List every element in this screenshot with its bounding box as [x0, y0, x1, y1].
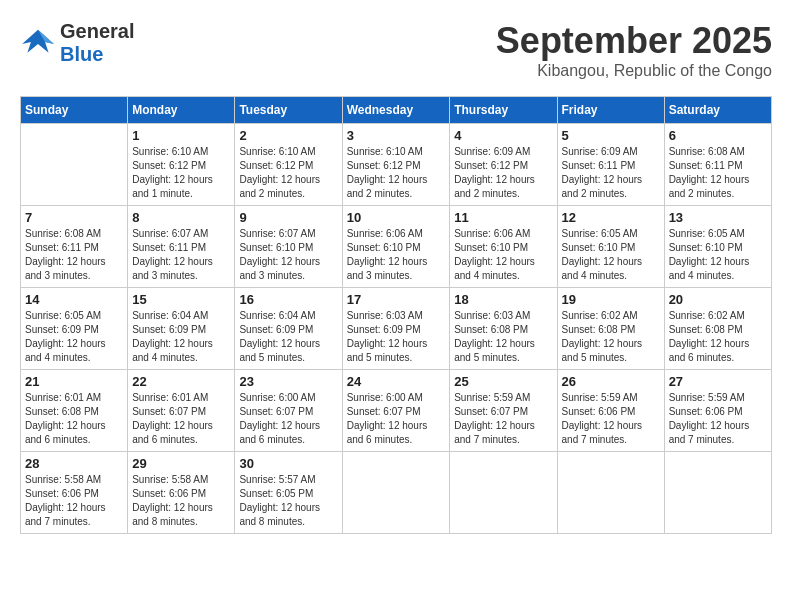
day-info: Sunrise: 5:59 AMSunset: 6:07 PMDaylight:… [454, 391, 552, 447]
calendar-day-cell: 23Sunrise: 6:00 AMSunset: 6:07 PMDayligh… [235, 370, 342, 452]
day-of-week-header: Friday [557, 97, 664, 124]
day-number: 21 [25, 374, 123, 389]
calendar-day-cell: 11Sunrise: 6:06 AMSunset: 6:10 PMDayligh… [450, 206, 557, 288]
day-number: 12 [562, 210, 660, 225]
day-number: 17 [347, 292, 446, 307]
day-info: Sunrise: 5:59 AMSunset: 6:06 PMDaylight:… [562, 391, 660, 447]
calendar-day-cell: 3Sunrise: 6:10 AMSunset: 6:12 PMDaylight… [342, 124, 450, 206]
day-of-week-header: Sunday [21, 97, 128, 124]
day-number: 15 [132, 292, 230, 307]
logo-text: General Blue [60, 20, 134, 66]
day-info: Sunrise: 6:03 AMSunset: 6:08 PMDaylight:… [454, 309, 552, 365]
logo-blue: Blue [60, 43, 134, 66]
calendar-day-cell: 4Sunrise: 6:09 AMSunset: 6:12 PMDaylight… [450, 124, 557, 206]
calendar-day-cell: 5Sunrise: 6:09 AMSunset: 6:11 PMDaylight… [557, 124, 664, 206]
day-info: Sunrise: 6:07 AMSunset: 6:11 PMDaylight:… [132, 227, 230, 283]
calendar-day-cell: 24Sunrise: 6:00 AMSunset: 6:07 PMDayligh… [342, 370, 450, 452]
calendar-header-row: SundayMondayTuesdayWednesdayThursdayFrid… [21, 97, 772, 124]
day-number: 16 [239, 292, 337, 307]
day-number: 1 [132, 128, 230, 143]
calendar-week-row: 21Sunrise: 6:01 AMSunset: 6:08 PMDayligh… [21, 370, 772, 452]
day-info: Sunrise: 6:09 AMSunset: 6:11 PMDaylight:… [562, 145, 660, 201]
calendar-day-cell: 8Sunrise: 6:07 AMSunset: 6:11 PMDaylight… [128, 206, 235, 288]
location: Kibangou, Republic of the Congo [496, 62, 772, 80]
day-number: 22 [132, 374, 230, 389]
day-info: Sunrise: 6:06 AMSunset: 6:10 PMDaylight:… [454, 227, 552, 283]
calendar-day-cell: 13Sunrise: 6:05 AMSunset: 6:10 PMDayligh… [664, 206, 771, 288]
page-header: General Blue September 2025 Kibangou, Re… [20, 20, 772, 80]
logo: General Blue [20, 20, 134, 66]
day-number: 24 [347, 374, 446, 389]
calendar-week-row: 1Sunrise: 6:10 AMSunset: 6:12 PMDaylight… [21, 124, 772, 206]
calendar-table: SundayMondayTuesdayWednesdayThursdayFrid… [20, 96, 772, 534]
day-info: Sunrise: 6:04 AMSunset: 6:09 PMDaylight:… [239, 309, 337, 365]
day-info: Sunrise: 6:01 AMSunset: 6:07 PMDaylight:… [132, 391, 230, 447]
day-number: 2 [239, 128, 337, 143]
month-title: September 2025 [496, 20, 772, 62]
calendar-day-cell: 18Sunrise: 6:03 AMSunset: 6:08 PMDayligh… [450, 288, 557, 370]
calendar-day-cell: 9Sunrise: 6:07 AMSunset: 6:10 PMDaylight… [235, 206, 342, 288]
day-info: Sunrise: 6:05 AMSunset: 6:09 PMDaylight:… [25, 309, 123, 365]
calendar-day-cell [21, 124, 128, 206]
day-info: Sunrise: 6:08 AMSunset: 6:11 PMDaylight:… [669, 145, 767, 201]
logo-general: General [60, 20, 134, 43]
day-info: Sunrise: 6:04 AMSunset: 6:09 PMDaylight:… [132, 309, 230, 365]
day-info: Sunrise: 6:10 AMSunset: 6:12 PMDaylight:… [132, 145, 230, 201]
logo-icon [20, 28, 56, 58]
day-number: 11 [454, 210, 552, 225]
calendar-day-cell: 10Sunrise: 6:06 AMSunset: 6:10 PMDayligh… [342, 206, 450, 288]
day-info: Sunrise: 5:57 AMSunset: 6:05 PMDaylight:… [239, 473, 337, 529]
calendar-day-cell [450, 452, 557, 534]
calendar-day-cell [557, 452, 664, 534]
day-info: Sunrise: 6:05 AMSunset: 6:10 PMDaylight:… [562, 227, 660, 283]
calendar-week-row: 28Sunrise: 5:58 AMSunset: 6:06 PMDayligh… [21, 452, 772, 534]
day-info: Sunrise: 6:08 AMSunset: 6:11 PMDaylight:… [25, 227, 123, 283]
day-info: Sunrise: 6:05 AMSunset: 6:10 PMDaylight:… [669, 227, 767, 283]
day-number: 29 [132, 456, 230, 471]
calendar-day-cell: 26Sunrise: 5:59 AMSunset: 6:06 PMDayligh… [557, 370, 664, 452]
day-info: Sunrise: 6:02 AMSunset: 6:08 PMDaylight:… [562, 309, 660, 365]
day-number: 20 [669, 292, 767, 307]
day-info: Sunrise: 6:10 AMSunset: 6:12 PMDaylight:… [239, 145, 337, 201]
calendar-day-cell: 29Sunrise: 5:58 AMSunset: 6:06 PMDayligh… [128, 452, 235, 534]
day-info: Sunrise: 6:00 AMSunset: 6:07 PMDaylight:… [347, 391, 446, 447]
day-number: 23 [239, 374, 337, 389]
day-info: Sunrise: 6:10 AMSunset: 6:12 PMDaylight:… [347, 145, 446, 201]
calendar-day-cell: 2Sunrise: 6:10 AMSunset: 6:12 PMDaylight… [235, 124, 342, 206]
day-info: Sunrise: 5:59 AMSunset: 6:06 PMDaylight:… [669, 391, 767, 447]
day-number: 8 [132, 210, 230, 225]
day-number: 6 [669, 128, 767, 143]
calendar-day-cell: 25Sunrise: 5:59 AMSunset: 6:07 PMDayligh… [450, 370, 557, 452]
day-number: 3 [347, 128, 446, 143]
calendar-day-cell: 14Sunrise: 6:05 AMSunset: 6:09 PMDayligh… [21, 288, 128, 370]
calendar-day-cell: 7Sunrise: 6:08 AMSunset: 6:11 PMDaylight… [21, 206, 128, 288]
day-info: Sunrise: 6:02 AMSunset: 6:08 PMDaylight:… [669, 309, 767, 365]
calendar-week-row: 7Sunrise: 6:08 AMSunset: 6:11 PMDaylight… [21, 206, 772, 288]
calendar-day-cell: 6Sunrise: 6:08 AMSunset: 6:11 PMDaylight… [664, 124, 771, 206]
day-number: 13 [669, 210, 767, 225]
day-info: Sunrise: 6:06 AMSunset: 6:10 PMDaylight:… [347, 227, 446, 283]
day-info: Sunrise: 6:00 AMSunset: 6:07 PMDaylight:… [239, 391, 337, 447]
calendar-day-cell [342, 452, 450, 534]
day-number: 10 [347, 210, 446, 225]
day-number: 5 [562, 128, 660, 143]
day-number: 4 [454, 128, 552, 143]
day-number: 14 [25, 292, 123, 307]
day-info: Sunrise: 6:09 AMSunset: 6:12 PMDaylight:… [454, 145, 552, 201]
day-number: 9 [239, 210, 337, 225]
calendar-day-cell [664, 452, 771, 534]
day-number: 19 [562, 292, 660, 307]
day-number: 18 [454, 292, 552, 307]
calendar-week-row: 14Sunrise: 6:05 AMSunset: 6:09 PMDayligh… [21, 288, 772, 370]
day-of-week-header: Thursday [450, 97, 557, 124]
calendar-day-cell: 1Sunrise: 6:10 AMSunset: 6:12 PMDaylight… [128, 124, 235, 206]
calendar-day-cell: 21Sunrise: 6:01 AMSunset: 6:08 PMDayligh… [21, 370, 128, 452]
calendar-day-cell: 28Sunrise: 5:58 AMSunset: 6:06 PMDayligh… [21, 452, 128, 534]
day-info: Sunrise: 6:07 AMSunset: 6:10 PMDaylight:… [239, 227, 337, 283]
day-info: Sunrise: 5:58 AMSunset: 6:06 PMDaylight:… [25, 473, 123, 529]
day-of-week-header: Saturday [664, 97, 771, 124]
day-info: Sunrise: 5:58 AMSunset: 6:06 PMDaylight:… [132, 473, 230, 529]
calendar-day-cell: 17Sunrise: 6:03 AMSunset: 6:09 PMDayligh… [342, 288, 450, 370]
day-number: 28 [25, 456, 123, 471]
day-number: 25 [454, 374, 552, 389]
